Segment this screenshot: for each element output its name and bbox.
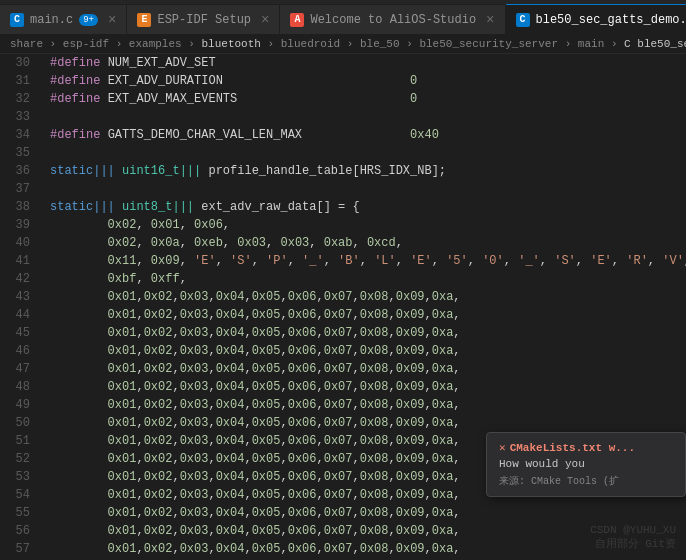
breadcrumb-security: ble50_security_server [419,38,564,50]
notification-popup[interactable]: ✕ CMakeLists.txt w... How would you 来源: … [486,432,686,497]
tab-main-c[interactable]: C main.c 9+ × [0,4,127,34]
watermark-line2: 自用部分 Git资 [595,536,676,551]
notification-body: How would you [499,458,673,470]
code-line: #define EXT_ADV_MAX_EVENTS 0 [50,90,676,108]
code-line: 0x01,0x02,0x03,0x04,0x05,0x06,0x07,0x08,… [50,360,676,378]
tab-ble50[interactable]: C ble50_sec_gatts_demo.c 9+ × [506,4,686,34]
breadcrumb-bluetooth: bluetooth [202,38,268,50]
watermark: CSDN @YUHU_XU 自用部分 Git资 [590,524,676,551]
breadcrumb-ble50: ble_50 [360,38,406,50]
tab-bar: C main.c 9+ × E ESP-IDF Setup × A Welcom… [0,0,686,35]
breadcrumb-bluedroid: bluedroid [281,38,347,50]
line-number: 50 [5,414,30,432]
line-number: 40 [5,234,30,252]
watermark-line1: CSDN @YUHU_XU [590,524,676,536]
code-line: 0x01,0x02,0x03,0x04,0x05,0x06,0x07,0x08,… [50,324,676,342]
line-number: 54 [5,486,30,504]
line-number: 47 [5,360,30,378]
code-line [50,144,676,162]
line-number: 38 [5,198,30,216]
error-icon: ✕ [499,441,506,454]
line-number: 46 [5,342,30,360]
line-number: 57 [5,540,30,557]
breadcrumb-main: main [578,38,611,50]
code-line: 0x11, 0x09, 'E', 'S', 'P', '_', 'B', 'L'… [50,252,676,270]
line-number: 37 [5,180,30,198]
line-number: 48 [5,378,30,396]
tab-icon-ble50: C [516,13,530,27]
line-number: 49 [5,396,30,414]
code-line: 0x01,0x02,0x03,0x04,0x05,0x06,0x07,0x08,… [50,414,676,432]
code-line: #define NUM_EXT_ADV_SET [50,54,676,72]
line-number: 43 [5,288,30,306]
line-number: 41 [5,252,30,270]
code-line: #define GATTS_DEMO_CHAR_VAL_LEN_MAX 0x40 [50,126,676,144]
code-line: 0x01,0x02,0x03,0x04,0x05,0x06,0x07,0x08,… [50,306,676,324]
code-line [50,108,676,126]
tab-label-esp: ESP-IDF Setup [157,13,251,27]
tab-esp-idf[interactable]: E ESP-IDF Setup × [127,4,280,34]
line-number: 55 [5,504,30,522]
code-line [50,180,676,198]
code-line: 0x01,0x02,0x03,0x04,0x05,0x06,0x07,0x08,… [50,540,676,557]
line-numbers: 3031323334353637383940414243444546474849… [0,54,40,557]
code-container: 3031323334353637383940414243444546474849… [0,54,686,557]
code-line: 0x01,0x02,0x03,0x04,0x05,0x06,0x07,0x08,… [50,288,676,306]
code-line: 0x01,0x02,0x03,0x04,0x05,0x06,0x07,0x08,… [50,396,676,414]
line-number: 51 [5,432,30,450]
code-line: 0x01,0x02,0x03,0x04,0x05,0x06,0x07,0x08,… [50,378,676,396]
line-number: 56 [5,522,30,540]
line-number: 39 [5,216,30,234]
notification-title: ✕ CMakeLists.txt w... [499,441,673,454]
line-number: 30 [5,54,30,72]
line-number: 45 [5,324,30,342]
notification-source: 来源: CMake Tools (扩 [499,474,673,488]
tab-alios[interactable]: A Welcome to AliOS-Studio × [280,4,505,34]
tab-label-ble50: ble50_sec_gatts_demo.c [536,13,686,27]
line-number: 32 [5,90,30,108]
tab-icon-alios: A [290,13,304,27]
line-number: 42 [5,270,30,288]
tab-icon-esp: E [137,13,151,27]
tab-close-esp[interactable]: × [261,12,269,28]
tab-icon-main-c: C [10,13,24,27]
code-line: #define EXT_ADV_DURATION 0 [50,72,676,90]
code-line: static||| uint8_t||| ext_adv_raw_data[] … [50,198,676,216]
code-line: 0x01,0x02,0x03,0x04,0x05,0x06,0x07,0x08,… [50,522,676,540]
tab-label-main-c: main.c [30,13,73,27]
breadcrumb-text: share [10,38,50,50]
tab-badge-main-c: 9+ [79,14,98,26]
breadcrumb-c: C ble50_sec_gatts_demo.c [624,38,686,50]
line-number: 52 [5,450,30,468]
breadcrumb: share › esp-idf › examples › bluetooth ›… [0,35,686,54]
line-number: 44 [5,306,30,324]
code-line: static||| uint16_t||| profile_handle_tab… [50,162,676,180]
tab-close-alios[interactable]: × [486,12,494,28]
code-line: 0xbf, 0xff, [50,270,676,288]
tab-label-alios: Welcome to AliOS-Studio [310,13,476,27]
line-number: 36 [5,162,30,180]
tab-close-main-c[interactable]: × [108,12,116,28]
line-number: 31 [5,72,30,90]
code-line: 0x02, 0x0a, 0xeb, 0x03, 0x03, 0xab, 0xcd… [50,234,676,252]
line-number: 34 [5,126,30,144]
code-line: 0x02, 0x01, 0x06, [50,216,676,234]
line-number: 33 [5,108,30,126]
code-line: 0x01,0x02,0x03,0x04,0x05,0x06,0x07,0x08,… [50,342,676,360]
breadcrumb-esp: esp-idf [63,38,116,50]
breadcrumb-examples: examples [129,38,188,50]
line-number: 53 [5,468,30,486]
code-line: 0x01,0x02,0x03,0x04,0x05,0x06,0x07,0x08,… [50,504,676,522]
line-number: 35 [5,144,30,162]
